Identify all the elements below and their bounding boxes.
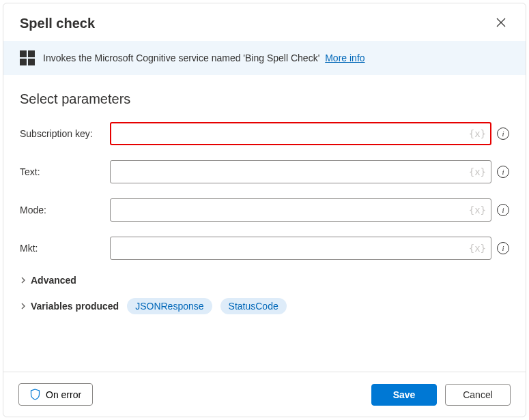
variable-badge[interactable]: StatusCode bbox=[220, 298, 287, 314]
section-title: Select parameters bbox=[20, 91, 509, 107]
variable-icon[interactable]: {x} bbox=[469, 128, 486, 139]
mkt-input-wrapper: {x} bbox=[110, 237, 491, 260]
variable-icon[interactable]: {x} bbox=[469, 205, 486, 215]
mkt-input[interactable] bbox=[110, 237, 491, 260]
info-banner: Invokes the Microsoft Cognitive service … bbox=[3, 41, 526, 75]
on-error-button[interactable]: On error bbox=[18, 383, 93, 406]
advanced-toggle[interactable]: Advanced bbox=[20, 275, 509, 286]
on-error-label: On error bbox=[46, 389, 81, 400]
mkt-row: Mkt: {x} i bbox=[20, 237, 509, 260]
save-button[interactable]: Save bbox=[371, 384, 437, 406]
mode-input-wrapper: {x} bbox=[110, 198, 491, 222]
more-info-link[interactable]: More info bbox=[325, 52, 364, 63]
advanced-label: Advanced bbox=[31, 275, 76, 286]
info-icon[interactable]: i bbox=[497, 204, 509, 216]
spell-check-dialog: Spell check Invokes the Microsoft Cognit… bbox=[3, 3, 526, 417]
banner-text-container: Invokes the Microsoft Cognitive service … bbox=[43, 52, 365, 63]
banner-text: Invokes the Microsoft Cognitive service … bbox=[43, 52, 319, 63]
microsoft-logo-icon bbox=[20, 50, 35, 65]
close-button[interactable] bbox=[493, 14, 509, 33]
variable-badge[interactable]: JSONResponse bbox=[127, 298, 212, 314]
mode-row: Mode: {x} i bbox=[20, 198, 509, 222]
dialog-footer: On error Save Cancel bbox=[3, 372, 526, 417]
variables-produced-toggle[interactable]: Variables produced JSONResponse StatusCo… bbox=[20, 298, 509, 314]
subscription-key-input[interactable] bbox=[110, 122, 491, 145]
dialog-header: Spell check bbox=[3, 3, 526, 41]
footer-actions: Save Cancel bbox=[371, 384, 511, 406]
text-label: Text: bbox=[20, 166, 104, 177]
info-icon[interactable]: i bbox=[497, 127, 509, 140]
text-input[interactable] bbox=[110, 160, 491, 183]
dialog-title: Spell check bbox=[20, 16, 95, 31]
subscription-key-input-wrapper: {x} bbox=[110, 122, 491, 145]
chevron-right-icon bbox=[20, 277, 27, 284]
text-input-wrapper: {x} bbox=[110, 160, 491, 183]
shield-icon bbox=[30, 389, 40, 400]
variables-produced-label: Variables produced bbox=[31, 301, 119, 312]
mode-input[interactable] bbox=[110, 198, 491, 222]
text-row: Text: {x} i bbox=[20, 160, 509, 183]
chevron-right-icon bbox=[20, 303, 27, 310]
dialog-body: Select parameters Subscription key: {x} … bbox=[3, 75, 526, 372]
mode-label: Mode: bbox=[20, 205, 104, 215]
info-icon[interactable]: i bbox=[497, 166, 509, 178]
mkt-label: Mkt: bbox=[20, 243, 104, 254]
cancel-button[interactable]: Cancel bbox=[445, 384, 511, 406]
variable-icon[interactable]: {x} bbox=[469, 243, 486, 254]
close-icon bbox=[496, 17, 506, 28]
info-icon[interactable]: i bbox=[497, 242, 509, 254]
subscription-key-row: Subscription key: {x} i bbox=[20, 122, 509, 145]
subscription-key-label: Subscription key: bbox=[20, 128, 104, 139]
variable-icon[interactable]: {x} bbox=[469, 166, 486, 177]
